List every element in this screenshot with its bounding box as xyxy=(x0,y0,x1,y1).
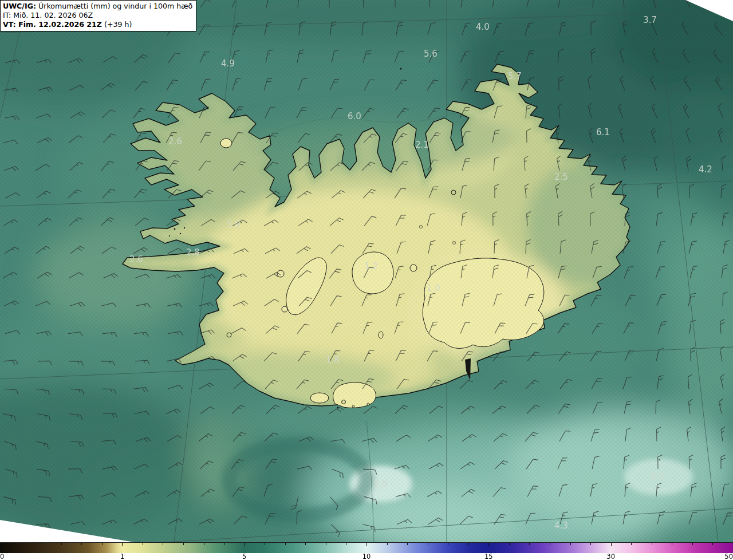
colorbar-tickmark xyxy=(468,543,469,545)
colorbar-tickmark xyxy=(570,543,571,545)
colorbar-tickmark xyxy=(509,543,510,545)
colorbar-tickmark xyxy=(712,543,713,545)
colorbar-tickmark xyxy=(488,543,489,546)
colorbar-tickmark xyxy=(529,543,530,545)
colorbar-tick-label: 50 xyxy=(724,553,733,560)
colorbar-tick-label: 30 xyxy=(606,553,615,560)
weather-forecast-page: { "title_box": { "line1_bold": "UWC/IG:"… xyxy=(0,0,733,560)
colorbar-tickmark xyxy=(183,543,184,545)
colorbar-tickmark xyxy=(590,543,591,545)
colorbar-tickmark xyxy=(21,543,21,545)
colorbar-tickmark xyxy=(204,543,204,545)
precipitation-colorbar: 01510153050 xyxy=(0,542,733,560)
colorbar-tickmark xyxy=(41,543,41,545)
colorbar-tickmark xyxy=(285,543,286,545)
lead-time: (+39 h) xyxy=(102,20,132,29)
title-line-init-time: IT: Mið. 11. 02. 2026 06Z xyxy=(3,11,192,20)
colorbar-tickmark xyxy=(122,543,123,546)
colorbar-tickmark xyxy=(305,543,306,545)
model-name: UWC/IG: xyxy=(3,2,36,10)
colorbar-tickmark xyxy=(387,543,388,545)
colorbar-tick-labels: 01510153050 xyxy=(0,553,733,560)
colorbar-tickmark xyxy=(428,543,428,545)
forecast-title-box: UWC/IG: Úrkomumætti (mm) og vindur i 100… xyxy=(0,0,196,31)
title-line-field: UWC/IG: Úrkomumætti (mm) og vindur i 100… xyxy=(3,2,192,11)
colorbar-tickmark xyxy=(611,543,612,546)
colorbar-tick-label: 10 xyxy=(362,553,371,560)
field-description: Úrkomumætti (mm) og vindur i 100m hæð xyxy=(36,2,192,10)
weather-map-canvas: 3.74.05.64.95.76.02.62.16.14.22.55.02.82… xyxy=(0,0,733,542)
colorbar-tickmark xyxy=(407,543,408,545)
colorbar-tickmark xyxy=(224,543,224,545)
colorbar-tickmark xyxy=(265,543,265,545)
colorbar-tick-label: 1 xyxy=(120,553,124,560)
colorbar-tickmark xyxy=(448,543,448,545)
title-line-valid-time: VT: Fim. 12.02.2026 21Z (+39 h) xyxy=(3,20,192,29)
pixel-texture-overlay xyxy=(0,0,733,542)
map-stage: 3.74.05.64.95.76.02.62.16.14.22.55.02.82… xyxy=(0,0,733,560)
colorbar-tick-label: 0 xyxy=(0,553,4,560)
colorbar-tickmark xyxy=(0,543,1,546)
colorbar-gradient xyxy=(0,542,733,553)
colorbar-tickmark xyxy=(102,543,103,545)
colorbar-tickmark xyxy=(652,543,652,545)
colorbar-tick-label: 5 xyxy=(242,553,246,560)
colorbar-tickmark xyxy=(245,543,245,546)
colorbar-tickmark xyxy=(692,543,693,545)
colorbar-tickmark xyxy=(550,543,550,545)
colorbar-tickmark xyxy=(366,543,367,546)
colorbar-tickmark xyxy=(346,543,346,545)
colorbar-tickmark xyxy=(163,543,163,545)
valid-time: VT: Fim. 12.02.2026 21Z xyxy=(3,20,102,29)
colorbar-tickmark xyxy=(143,543,143,545)
colorbar-tick-label: 15 xyxy=(484,553,493,560)
colorbar-tickmark xyxy=(61,543,62,545)
colorbar-tickmark xyxy=(631,543,632,545)
colorbar-tickmark xyxy=(672,543,672,545)
colorbar-tickmark xyxy=(326,543,326,545)
colorbar-tickmark xyxy=(81,543,82,545)
